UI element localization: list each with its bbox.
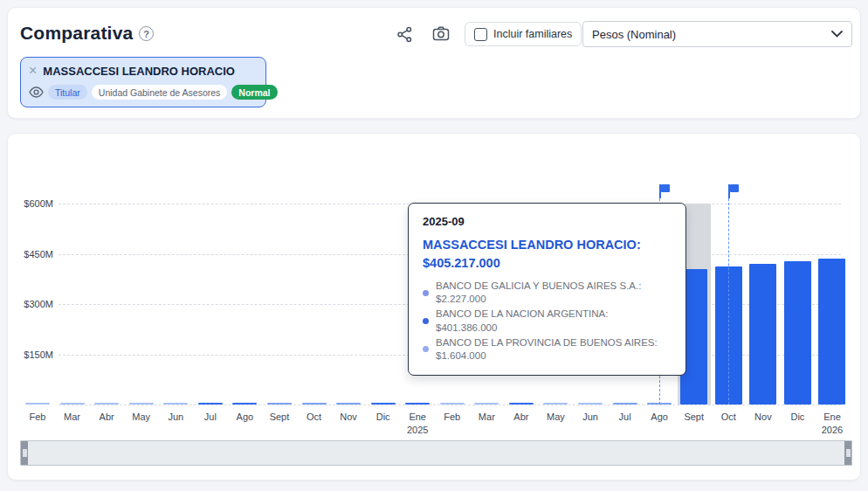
close-icon[interactable]: × [29, 64, 37, 78]
x-axis-month-label: Jul [619, 411, 631, 422]
bar[interactable] [371, 403, 396, 405]
bar[interactable] [94, 403, 119, 405]
bar[interactable] [198, 403, 223, 405]
tooltip-period: 2025-09 [423, 215, 672, 228]
bar[interactable] [405, 403, 430, 405]
bar[interactable] [578, 403, 603, 405]
series-dot-icon [423, 318, 429, 324]
bar[interactable] [25, 403, 50, 405]
x-axis-month-label: May [132, 411, 150, 422]
x-axis-month-label: Sept [270, 411, 290, 422]
x-axis-month-label: Abr [513, 411, 528, 422]
bar[interactable] [129, 403, 154, 405]
x-axis-month-label: Dic [376, 411, 390, 422]
tooltip-total: MASSACCESI LEANDRO HORACIO: $405.217.000 [423, 236, 672, 273]
bar[interactable] [543, 403, 568, 405]
tooltip-bank-label: BANCO DE LA PROVINCIA DE BUENOS AIRES: $… [436, 336, 672, 363]
x-axis-month-label: Dic [790, 411, 804, 422]
gridline-zero [59, 405, 841, 405]
bar[interactable] [440, 403, 465, 405]
bar[interactable] [60, 403, 85, 405]
bar[interactable] [613, 403, 637, 405]
y-axis-tick-label: $150M [15, 349, 53, 360]
tooltip-bank-list: BANCO DE GALICIA Y BUENOS AIRES S.A.: $2… [423, 280, 672, 363]
x-axis-month-label: Ene2026 [822, 411, 843, 435]
tooltip-bank-label: BANCO DE LA NACION ARGENTINA: $401.386.0… [436, 308, 672, 334]
chevron-down-icon [831, 31, 843, 38]
series-dot-icon [423, 290, 429, 296]
tooltip-bank-label: BANCO DE GALICIA Y BUENOS AIRES S.A.: $2… [436, 280, 672, 306]
include-family-toggle[interactable]: Incluir familiares [465, 22, 582, 46]
x-axis-month-label: Oct [721, 411, 736, 422]
x-axis-month-label: Nov [754, 411, 772, 422]
bar[interactable] [784, 261, 811, 405]
flag-marker-icon[interactable] [659, 184, 671, 198]
status-badge: Normal [231, 85, 277, 100]
role-badge: Titular [48, 85, 87, 100]
currency-select-value: Pesos (Nominal) [592, 28, 676, 41]
x-axis-month-label: Mar [64, 411, 80, 422]
x-axis-month-label: Mar [479, 411, 495, 422]
person-name: MASSACCESI LEANDRO HORACIO [43, 65, 235, 78]
x-axis-month-label: Feb [444, 411, 460, 422]
x-axis-month-label: Ago [237, 411, 254, 422]
chart-card: $150M$300M$450M$600MFebMarAbrMayJunJulAg… [7, 133, 861, 481]
share-icon[interactable] [396, 26, 413, 46]
bar[interactable] [232, 403, 257, 405]
bar[interactable] [267, 403, 292, 405]
bar[interactable] [509, 403, 534, 405]
header-card: Comparativa ? Incluir familiares Pesos (… [7, 7, 861, 119]
y-axis-tick-label: $300M [15, 299, 53, 309]
x-axis-month-label: Ago [651, 411, 668, 422]
office-badge: Unidad Gabinete de Asesores [92, 85, 228, 100]
bar[interactable] [749, 264, 776, 405]
bar[interactable] [302, 403, 327, 405]
y-axis-tick-label: $450M [15, 249, 53, 259]
tooltip-bank-item: BANCO DE LA PROVINCIA DE BUENOS AIRES: $… [423, 336, 672, 363]
x-axis-month-label: Oct [307, 411, 321, 422]
tooltip-bank-item: BANCO DE GALICIA Y BUENOS AIRES S.A.: $2… [423, 280, 672, 306]
include-family-label: Incluir familiares [493, 28, 572, 40]
selected-person-chip[interactable]: × MASSACCESI LEANDRO HORACIO Titular Uni… [20, 57, 266, 107]
camera-icon[interactable] [432, 25, 450, 45]
x-axis-month-label: May [547, 411, 565, 422]
page-title: Comparativa [20, 23, 133, 44]
bar[interactable] [163, 403, 188, 405]
chart-tooltip: 2025-09 MASSACCESI LEANDRO HORACIO: $405… [408, 203, 686, 376]
x-axis-month-label: Feb [30, 411, 46, 422]
x-axis-month-label: Abr [100, 411, 114, 422]
x-axis-month-label: Sept [684, 411, 704, 422]
x-axis-month-label: Jun [168, 411, 183, 422]
flag-marker-icon[interactable] [728, 184, 740, 198]
include-family-checkbox[interactable] [474, 28, 487, 41]
bar[interactable] [336, 403, 361, 405]
x-axis-month-label: Ene2025 [407, 411, 428, 435]
x-axis-month-label: Jun [582, 411, 598, 422]
currency-select[interactable]: Pesos (Nominal) [582, 21, 852, 47]
series-dot-icon [423, 346, 429, 352]
navigator-handle-left[interactable] [21, 441, 28, 465]
help-icon[interactable]: ? [139, 26, 154, 41]
bar[interactable] [474, 403, 499, 405]
range-navigator-track[interactable] [20, 440, 852, 466]
reference-dashed-line [728, 198, 729, 405]
bar[interactable] [818, 259, 845, 405]
y-axis-tick-label: $600M [15, 198, 53, 209]
x-axis-month-label: Nov [340, 411, 357, 422]
tooltip-bank-item: BANCO DE LA NACION ARGENTINA: $401.386.0… [423, 308, 672, 334]
eye-icon[interactable] [29, 86, 44, 98]
x-axis-month-label: Jul [204, 411, 217, 422]
navigator-handle-right[interactable] [844, 441, 851, 465]
